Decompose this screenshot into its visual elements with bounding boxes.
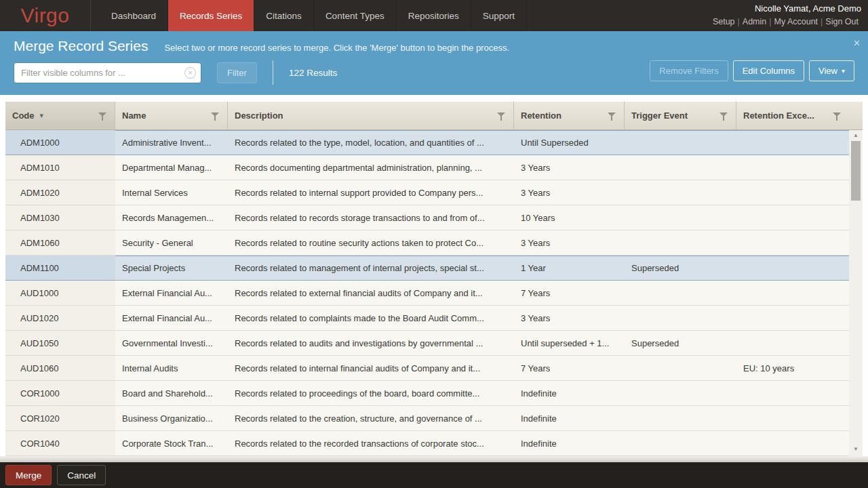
cell-trigger_event — [625, 230, 736, 255]
nav-tab-citations[interactable]: Citations — [254, 0, 314, 31]
user-link-admin[interactable]: Admin — [743, 17, 766, 26]
cell-retention: Until superseded + 1... — [514, 331, 625, 355]
cell-retention_exception — [736, 431, 849, 455]
cell-description: Records related to routine security acti… — [228, 230, 514, 255]
cell-code: AUD1050 — [5, 331, 115, 355]
cell-retention_exception — [736, 230, 849, 255]
filter-funnel-icon[interactable] — [497, 112, 506, 121]
table-row[interactable]: AUD1000External Financial Au...Records r… — [5, 281, 849, 306]
cell-name: Internal Services — [115, 180, 228, 205]
cell-name: Corporate Stock Tran... — [115, 431, 228, 455]
remove-filters-button[interactable]: Remove Filters — [650, 60, 728, 81]
user-link-setup[interactable]: Setup — [713, 17, 735, 26]
cell-trigger_event: Superseded — [625, 256, 736, 280]
table-row[interactable]: AUD1020External Financial Au...Records r… — [5, 306, 849, 331]
cell-code: AUD1060 — [5, 356, 115, 380]
view-button[interactable]: View▾ — [809, 60, 854, 81]
cell-description: Records related to audits and investigat… — [228, 331, 514, 355]
column-header-name[interactable]: Name — [115, 102, 228, 129]
cell-code: COR1000 — [5, 381, 115, 405]
table-row[interactable]: ADM1030Records Managemen...Records relat… — [5, 205, 849, 230]
column-header-retention[interactable]: Retention — [514, 102, 625, 129]
cell-name: Special Projects — [115, 256, 228, 280]
table-row[interactable]: ADM1100Special ProjectsRecords related t… — [5, 256, 849, 281]
cell-retention: 7 Years — [514, 281, 625, 305]
cell-description: Records related to complaints made to th… — [228, 306, 514, 330]
filter-funnel-icon[interactable] — [833, 112, 842, 121]
cell-code: ADM1000 — [5, 130, 115, 155]
results-count: 122 Results — [289, 68, 337, 78]
scroll-down-icon[interactable]: ▼ — [849, 444, 863, 455]
table-row[interactable]: ADM1020Internal ServicesRecords related … — [5, 180, 849, 205]
table-row[interactable]: ADM1000Administrative Invent...Records r… — [5, 130, 849, 155]
table-row[interactable]: COR1000Board and Sharehold...Records rel… — [5, 381, 849, 406]
cell-code: ADM1030 — [5, 205, 115, 230]
user-link-my-account[interactable]: My Account — [774, 17, 818, 26]
table-header-row: Code▾NameDescriptionRetentionTrigger Eve… — [5, 102, 863, 130]
user-link-sign-out[interactable]: Sign Out — [825, 17, 859, 26]
table-row[interactable]: COR1020Business Organizatio...Records re… — [5, 406, 849, 431]
table-row[interactable]: COR1040Corporate Stock Tran...Records re… — [5, 431, 849, 456]
cell-description: Records related to internal support prov… — [228, 180, 514, 205]
filter-funnel-icon[interactable] — [98, 112, 107, 121]
table-row[interactable]: AUD1060Internal AuditsRecords related to… — [5, 356, 849, 381]
cell-retention_exception — [736, 406, 849, 430]
nav-tab-repositories[interactable]: Repositories — [397, 0, 471, 31]
cell-description: Records related to the type, model, loca… — [228, 130, 514, 155]
action-bar: Merge Cancel — [0, 462, 868, 488]
cell-name: Business Organizatio... — [115, 406, 228, 430]
cell-retention_exception — [736, 381, 849, 405]
nav-tab-records-series[interactable]: Records Series — [168, 0, 254, 31]
filter-funnel-icon[interactable] — [719, 112, 728, 121]
cell-code: ADM1060 — [5, 230, 115, 255]
virgo-logo[interactable]: Virgo — [0, 0, 91, 31]
table-row[interactable]: ADM1060Security - GeneralRecords related… — [5, 230, 849, 256]
column-header-retention_exception[interactable]: Retention Exce... — [736, 102, 849, 129]
close-icon[interactable]: × — [854, 38, 860, 49]
vertical-scrollbar[interactable]: ▲ ▼ — [849, 130, 863, 456]
nav-tab-dashboard[interactable]: Dashboard — [100, 0, 168, 31]
cell-retention_exception: EU: 10 years — [736, 356, 849, 380]
cancel-button[interactable]: Cancel — [57, 465, 106, 485]
cell-retention: 3 Years — [514, 180, 625, 205]
column-label: Retention Exce... — [743, 110, 814, 121]
column-header-code[interactable]: Code▾ — [5, 102, 115, 129]
cell-trigger_event — [625, 281, 736, 305]
top-nav: Virgo DashboardRecords SeriesCitationsCo… — [0, 0, 868, 31]
cell-trigger_event: Superseded — [625, 331, 736, 355]
table-row[interactable]: ADM1010Departmental Manag...Records docu… — [5, 155, 849, 180]
clear-filter-icon[interactable]: × — [184, 67, 196, 79]
cell-retention_exception — [736, 130, 849, 155]
nav-tab-content-types[interactable]: Content Types — [314, 0, 397, 31]
filter-funnel-icon[interactable] — [608, 112, 616, 121]
filter-input[interactable] — [14, 62, 201, 83]
column-header-description[interactable]: Description — [228, 102, 514, 129]
scrollbar-thumb[interactable] — [851, 141, 861, 201]
cell-trigger_event — [625, 431, 736, 455]
record-series-table: Code▾NameDescriptionRetentionTrigger Eve… — [5, 102, 863, 456]
cell-retention: 1 Year — [514, 256, 625, 280]
column-label: Code — [12, 110, 35, 121]
edit-columns-button[interactable]: Edit Columns — [733, 60, 804, 81]
filter-funnel-icon[interactable] — [211, 112, 220, 121]
cell-retention: 7 Years — [514, 356, 625, 380]
page-subtitle: Select two or more record series to merg… — [164, 43, 509, 53]
cell-retention: Indefinite — [514, 381, 625, 405]
cell-retention: 3 Years — [514, 306, 625, 330]
merge-panel-header: × Merge Record Series Select two or more… — [0, 31, 868, 95]
cell-code: ADM1020 — [5, 180, 115, 205]
scroll-up-icon[interactable]: ▲ — [849, 130, 863, 141]
cell-trigger_event — [625, 130, 736, 155]
table-row[interactable]: AUD1050Governmental Investi...Records re… — [5, 331, 849, 356]
column-header-trigger_event[interactable]: Trigger Event — [625, 102, 736, 129]
filter-button[interactable]: Filter — [217, 62, 257, 83]
cell-code: AUD1020 — [5, 306, 115, 330]
cell-retention: Until Superseded — [514, 130, 625, 155]
page-title: Merge Record Series — [14, 38, 148, 54]
cell-retention: Indefinite — [514, 431, 625, 455]
merge-button[interactable]: Merge — [5, 465, 52, 485]
cell-description: Records related to records storage trans… — [228, 205, 514, 230]
nav-tab-support[interactable]: Support — [471, 0, 527, 31]
cell-trigger_event — [625, 155, 736, 180]
cell-description: Records related to external financial au… — [228, 281, 514, 305]
